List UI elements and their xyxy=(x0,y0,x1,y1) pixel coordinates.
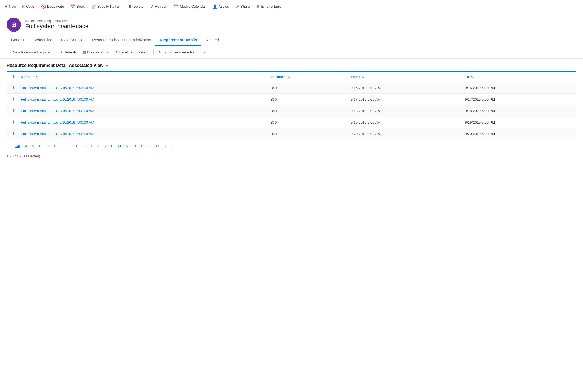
tab-resource-scheduling-optimization[interactable]: Resource Scheduling Optimization xyxy=(88,35,155,46)
specify-pattern-button[interactable]: 📝 Specify Pattern xyxy=(89,3,124,10)
record-count: 1 - 5 of 5 (0 selected) xyxy=(0,152,583,160)
tab-scheduling[interactable]: Scheduling xyxy=(29,35,57,46)
row-name-link[interactable]: Full system maintenace 9/16/2019 7:00:00… xyxy=(21,132,94,136)
pagination-letter-r[interactable]: R xyxy=(154,143,161,149)
new-button[interactable]: + New xyxy=(2,2,19,11)
table-row: Full system maintenace 9/16/2019 7:00:00… xyxy=(7,128,576,140)
pagination-letter-b[interactable]: B xyxy=(37,143,44,149)
sub-refresh-label: Refresh xyxy=(64,50,76,54)
book-button[interactable]: 📅 Book xyxy=(68,3,87,10)
to-filter-icon[interactable]: ▽ xyxy=(471,75,473,79)
table-row: Full system maintenace 9/16/2019 7:00:00… xyxy=(7,105,576,117)
refresh-button[interactable]: ↺ Refresh xyxy=(148,3,170,10)
from-filter-icon[interactable]: ▽ xyxy=(362,75,364,79)
pagination-letter-m[interactable]: M xyxy=(116,143,123,149)
tab-related[interactable]: Related xyxy=(201,35,223,46)
share-button[interactable]: ↗ Share xyxy=(233,3,253,10)
excel-templates-chevron: ∨ xyxy=(146,51,148,54)
name-filter-icon[interactable]: ▽ xyxy=(36,75,38,79)
pagination-letter-h[interactable]: H xyxy=(81,143,88,149)
pagination-letter-d[interactable]: D xyxy=(52,143,59,149)
pagination-letter-#[interactable]: # xyxy=(23,143,29,149)
pagination-letter-l[interactable]: L xyxy=(109,143,115,149)
select-all-col[interactable] xyxy=(7,72,18,82)
pagination-letter-p[interactable]: P xyxy=(139,143,146,149)
pagination-letter-a[interactable]: A xyxy=(30,143,36,149)
run-report-label: Run Report xyxy=(87,50,105,54)
pagination-letter-q[interactable]: Q xyxy=(146,143,153,149)
delete-icon: 🗑 xyxy=(128,4,132,9)
row-checkbox[interactable] xyxy=(10,132,14,135)
row-from-cell: 9/20/2019 9:00 AM xyxy=(347,128,462,140)
pagination-letter-j[interactable]: J xyxy=(95,143,101,149)
assign-button[interactable]: 👤 Assign xyxy=(210,3,232,10)
run-report-button[interactable]: ▦ Run Report ∨ xyxy=(80,49,111,56)
view-title: Resource Requirement Detail Associated V… xyxy=(7,63,103,68)
copy-label: Copy xyxy=(26,4,34,8)
record-avatar: ⊞ xyxy=(7,18,21,32)
row-checkbox[interactable] xyxy=(10,109,14,112)
sub-refresh-button[interactable]: ↺ Refresh xyxy=(56,49,79,56)
pagination-letter-e[interactable]: E xyxy=(59,143,66,149)
new-resource-require-button[interactable]: + New Resource Require... xyxy=(7,49,55,56)
tab-requirement-details[interactable]: Requirement Details xyxy=(155,35,201,46)
run-report-chevron: ∨ xyxy=(107,51,109,54)
tab-field-service[interactable]: Field Service xyxy=(57,35,88,46)
row-checkbox-cell[interactable] xyxy=(7,105,18,117)
specify-pattern-label: Specify Pattern xyxy=(97,4,121,8)
pagination-letter-k[interactable]: K xyxy=(101,143,108,149)
row-checkbox[interactable] xyxy=(10,86,14,89)
row-checkbox-cell[interactable] xyxy=(7,128,18,140)
row-checkbox[interactable] xyxy=(10,97,14,101)
excel-templates-label: Excel Templates xyxy=(119,50,145,54)
row-name-link[interactable]: Full system maintenace 9/16/2019 7:00:00… xyxy=(21,97,94,101)
name-col-label: Name xyxy=(21,75,30,79)
pagination-letter-n[interactable]: N xyxy=(124,143,131,149)
duration-col-label: Duration xyxy=(271,75,285,79)
name-sort-icon[interactable]: ↑ xyxy=(33,75,34,79)
pagination-letter-i[interactable]: I xyxy=(89,143,94,149)
row-to-cell: 9/17/2019 5:00 PM xyxy=(462,94,576,105)
deactivate-button[interactable]: 🚫 Deactivate xyxy=(38,3,67,10)
row-from-cell: 9/16/2019 9:00 AM xyxy=(347,82,462,94)
pagination-letter-t[interactable]: T xyxy=(169,143,175,149)
row-checkbox-cell[interactable] xyxy=(7,117,18,128)
export-resource-button[interactable]: 𝐗 Export Resource Requi... ∨ xyxy=(156,49,208,56)
to-col-header: To ▽ xyxy=(462,72,576,82)
name-col-header: Name ↑ ▽ xyxy=(18,72,268,82)
row-from-cell: 9/18/2019 9:00 AM xyxy=(347,105,462,117)
row-checkbox[interactable] xyxy=(10,120,14,124)
resource-requirement-table: Name ↑ ▽ Duration ▽ From ▽ To ▽ xyxy=(7,72,576,140)
tabs-bar: General Scheduling Field Service Resourc… xyxy=(0,35,583,46)
new-resource-require-icon: + xyxy=(9,50,12,54)
delete-button[interactable]: 🗑 Delete xyxy=(125,3,146,10)
new-icon: + xyxy=(5,4,7,9)
excel-templates-button[interactable]: 𝐗 Excel Templates ∨ xyxy=(113,49,151,56)
copy-button[interactable]: ⎘ Copy xyxy=(20,3,37,10)
view-chevron[interactable]: ∨ xyxy=(106,63,108,68)
pagination-letter-o[interactable]: O xyxy=(131,143,138,149)
row-from-cell: 9/19/2019 9:00 AM xyxy=(347,117,462,128)
select-all-checkbox[interactable] xyxy=(10,75,14,78)
pagination-letter-g[interactable]: G xyxy=(74,143,81,149)
refresh-label: Refresh xyxy=(155,4,168,8)
duration-filter-icon[interactable]: ▽ xyxy=(288,75,290,79)
row-name-cell: Full system maintenace 9/16/2019 7:00:00… xyxy=(18,82,268,94)
new-label: New xyxy=(9,4,16,8)
record-header: ⊞ RESOURCE REQUIREMENT Full system maint… xyxy=(0,13,583,35)
pagination-letter-s[interactable]: S xyxy=(162,143,168,149)
row-name-link[interactable]: Full system maintenace 9/16/2019 7:00:00… xyxy=(21,120,94,124)
sub-toolbar: + New Resource Require... ↺ Refresh ▦ Ru… xyxy=(0,46,583,59)
row-name-cell: Full system maintenace 9/16/2019 7:00:00… xyxy=(18,128,268,140)
email-link-button[interactable]: ✉ Email a Link xyxy=(254,3,283,10)
pagination-letter-all[interactable]: All xyxy=(13,143,22,149)
sub-refresh-icon: ↺ xyxy=(59,50,62,54)
row-name-link[interactable]: Full system maintenace 9/16/2019 7:00:00… xyxy=(21,86,94,90)
row-checkbox-cell[interactable] xyxy=(7,82,18,94)
pagination-letter-c[interactable]: C xyxy=(44,143,51,149)
pagination-letter-f[interactable]: F xyxy=(67,143,73,149)
row-checkbox-cell[interactable] xyxy=(7,94,18,105)
row-name-link[interactable]: Full system maintenace 9/16/2019 7:00:00… xyxy=(21,109,94,113)
modify-calendar-button[interactable]: 📅 Modify Calendar xyxy=(171,3,209,10)
tab-general[interactable]: General xyxy=(7,35,29,46)
